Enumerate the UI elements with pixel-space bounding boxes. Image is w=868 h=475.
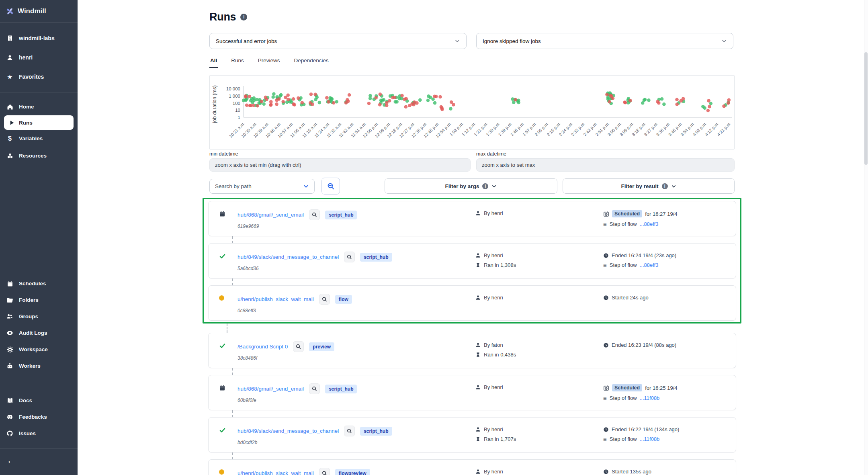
tab-runs[interactable]: Runs xyxy=(230,55,245,68)
sidebar-account-section: windmill-labs henri Favorites xyxy=(0,23,78,92)
run-row[interactable]: hub/849/slack/send_message_to_channel sc… xyxy=(208,417,736,452)
parent-flow-link[interactable]: ...88eff3 xyxy=(640,221,659,227)
run-path-link[interactable]: hub/849/slack/send_message_to_channel xyxy=(237,254,339,260)
filter-by-result-button[interactable]: Filter by result xyxy=(563,178,735,194)
zoom-out-search-button[interactable] xyxy=(321,178,340,195)
calendar-icon xyxy=(6,280,14,287)
filter-by-args-button[interactable]: Filter by args xyxy=(385,178,557,194)
sidebar-item-schedules[interactable]: Schedules xyxy=(0,275,78,292)
chevron-down-icon xyxy=(721,38,727,44)
inspect-run-button[interactable] xyxy=(319,468,330,475)
magnifier-icon xyxy=(312,386,317,391)
sidebar-item-resources[interactable]: Resources xyxy=(0,147,78,164)
user-icon xyxy=(475,253,481,258)
run-path-link[interactable]: u/henri/publish_slack_wait_mail xyxy=(237,470,314,475)
parent-flow-link[interactable]: ...11f08b xyxy=(640,436,660,442)
scrollbar-track[interactable] xyxy=(864,0,868,475)
tab-all[interactable]: All xyxy=(209,55,218,68)
folder-icon xyxy=(6,297,14,303)
sidebar-item-docs[interactable]: Docs xyxy=(0,392,78,409)
skipped-flow-filter-value: Ignore skipped flow jobs xyxy=(483,38,541,44)
sidebar-item-favorites[interactable]: Favorites xyxy=(0,67,78,86)
run-path-link[interactable]: /Background Script 0 xyxy=(237,344,288,350)
job-status-filter-value: Successful and error jobs xyxy=(216,38,277,44)
job-kind-badge: preview xyxy=(309,342,334,351)
success-check-icon xyxy=(219,427,226,434)
user-icon xyxy=(475,385,481,390)
run-time-status: Started 135s ago xyxy=(612,469,651,475)
running-dot-icon xyxy=(219,469,224,475)
sidebar-item-groups[interactable]: Groups xyxy=(0,308,78,325)
sidebar-item-workers[interactable]: Workers xyxy=(0,358,78,374)
job-kind-badge: flow xyxy=(335,295,352,304)
sidebar-item-audit-logs[interactable]: Audit Logs xyxy=(0,325,78,341)
sidebar-item-home[interactable]: Home xyxy=(0,98,78,115)
run-id: 38c8486f xyxy=(237,355,475,361)
run-row[interactable]: /Background Script 0 preview 38c8486f By… xyxy=(208,333,736,368)
calendar-clock-icon xyxy=(603,385,609,391)
tab-dependencies[interactable]: Dependencies xyxy=(293,55,330,68)
sidebar-item-workspace-picker[interactable]: windmill-labs xyxy=(0,29,78,48)
sidebar-item-folders[interactable]: Folders xyxy=(0,292,78,308)
inspect-run-button[interactable] xyxy=(319,294,330,305)
inspect-run-button[interactable] xyxy=(309,383,320,394)
run-row[interactable]: hub/849/slack/send_message_to_channel sc… xyxy=(208,243,736,278)
job-status-filter-select[interactable]: Successful and error jobs xyxy=(209,33,467,49)
run-path-link[interactable]: hub/868/gmail/_send_email xyxy=(237,212,304,218)
job-kind-badge: script_hub xyxy=(325,385,357,393)
home-icon xyxy=(6,104,14,110)
max-datetime-input[interactable] xyxy=(476,158,735,172)
robot-icon xyxy=(6,362,14,369)
parent-flow-link[interactable]: ...88eff3 xyxy=(640,262,659,268)
run-author: By henri xyxy=(484,295,503,301)
brand[interactable]: Windmill xyxy=(0,0,78,23)
play-icon xyxy=(8,120,16,126)
user-icon xyxy=(475,295,481,300)
min-datetime-input[interactable] xyxy=(209,158,471,172)
parent-flow-link[interactable]: ...11f08b xyxy=(640,395,660,401)
scrollbar-thumb[interactable] xyxy=(864,52,868,165)
inspect-run-button[interactable] xyxy=(293,341,304,352)
run-row[interactable]: u/henri/publish_slack_wait_mail flow 0c8… xyxy=(208,285,736,321)
job-kind-badge: flowpreview xyxy=(335,469,370,475)
sidebar-item-issues[interactable]: Issues xyxy=(0,425,78,442)
chevron-down-icon xyxy=(454,38,460,44)
info-icon[interactable] xyxy=(240,14,247,20)
main-area: Runs Successful and error jobs Ignore sk… xyxy=(78,0,868,475)
run-time-status: for 16:25 19/4 xyxy=(645,385,677,391)
run-path-link[interactable]: u/henri/publish_slack_wait_mail xyxy=(237,296,314,302)
job-kind-badge: script_hub xyxy=(360,427,392,436)
inspect-run-button[interactable] xyxy=(344,252,355,262)
run-row[interactable]: hub/868/gmail/_send_email script_hub 619… xyxy=(208,201,736,236)
run-path-link[interactable]: hub/849/slack/send_message_to_channel xyxy=(237,428,339,434)
info-icon xyxy=(482,183,488,189)
sidebar-item-feedbacks[interactable]: Feedbacks xyxy=(0,409,78,425)
clock-icon xyxy=(603,342,609,348)
sidebar-item-user[interactable]: henri xyxy=(0,48,78,67)
tab-previews[interactable]: Previews xyxy=(257,55,281,68)
run-time-status: Ended 16:23 19/4 (88s ago) xyxy=(612,342,676,348)
clock-icon xyxy=(603,253,609,258)
run-row[interactable]: hub/868/gmail/_send_email script_hub 60b… xyxy=(208,375,736,410)
inspect-run-button[interactable] xyxy=(309,209,320,220)
step-of-flow-text: Step of flow xyxy=(610,436,637,442)
inspect-run-button[interactable] xyxy=(344,426,355,436)
job-duration-chart[interactable]: job duration (ms)1101001 00010 00010:21 … xyxy=(210,76,734,149)
user-icon xyxy=(475,211,481,216)
sidebar-collapse-button[interactable] xyxy=(0,448,78,473)
search-by-path-select[interactable]: Search by path xyxy=(209,179,315,194)
scheduled-badge: Scheduled xyxy=(612,210,642,217)
skipped-flow-filter-select[interactable]: Ignore skipped flow jobs xyxy=(476,33,733,49)
run-author: By henri xyxy=(484,210,503,216)
run-author: By henri xyxy=(484,469,503,475)
sidebar-item-workspace[interactable]: Workspace xyxy=(0,341,78,358)
job-kind-tabs: All Runs Previews Dependencies xyxy=(209,55,735,68)
groups-icon xyxy=(6,313,14,320)
resources-icon xyxy=(6,153,14,159)
run-path-link[interactable]: hub/868/gmail/_send_email xyxy=(237,386,304,392)
scheduled-calendar-icon xyxy=(219,211,225,217)
sidebar-item-variables[interactable]: Variables xyxy=(0,130,78,147)
sidebar-item-runs[interactable]: Runs xyxy=(4,115,74,130)
running-dot-icon xyxy=(219,295,224,301)
run-row[interactable]: u/henri/publish_slack_wait_mail flowprev… xyxy=(208,459,736,475)
